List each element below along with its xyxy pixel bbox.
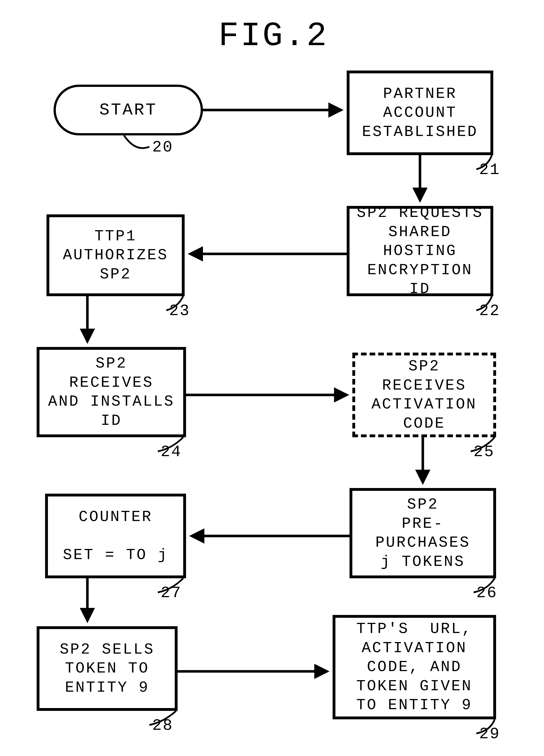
ref-27: 27 <box>161 584 182 602</box>
figure-title: FIG.2 <box>203 17 344 55</box>
ref-23: 23 <box>169 302 190 320</box>
ref-25: 25 <box>473 443 495 461</box>
node-sp2-installs-id: SP2RECEIVESAND INSTALLSID <box>37 347 186 437</box>
ref-26: 26 <box>476 584 497 602</box>
node-sp2-requests: SP2 REQUESTSSHAREDHOSTINGENCRYPTION ID <box>347 206 493 296</box>
ref-28: 28 <box>152 717 173 735</box>
node-sp2-activation-code: SP2RECEIVESACTIVATIONCODE <box>352 353 496 437</box>
node-partner-account: PARTNERACCOUNTESTABLISHED <box>347 71 493 155</box>
node-sp2-sells-token: SP2 SELLSTOKEN TOENTITY 9 <box>37 626 178 711</box>
ref-21: 21 <box>479 161 500 179</box>
ref-29: 29 <box>479 725 500 743</box>
node-sp2-prepurchases: SP2PRE-PURCHASESj TOKENS <box>349 488 496 578</box>
ref-24: 24 <box>161 443 182 461</box>
node-ttp-url-token: TTP'S URL,ACTIVATIONCODE, ANDTOKEN GIVEN… <box>332 615 496 719</box>
ref-20: 20 <box>152 138 173 156</box>
node-counter-set: COUNTER SET = TO j <box>45 494 186 578</box>
node-start: START <box>54 85 203 135</box>
diagram-page: FIG.2 START 20 PARTNERACCOUNTESTABLISHED… <box>0 0 544 756</box>
node-ttp1-authorizes: TTP1AUTHORIZESSP2 <box>47 214 185 296</box>
ref-22: 22 <box>479 302 500 320</box>
